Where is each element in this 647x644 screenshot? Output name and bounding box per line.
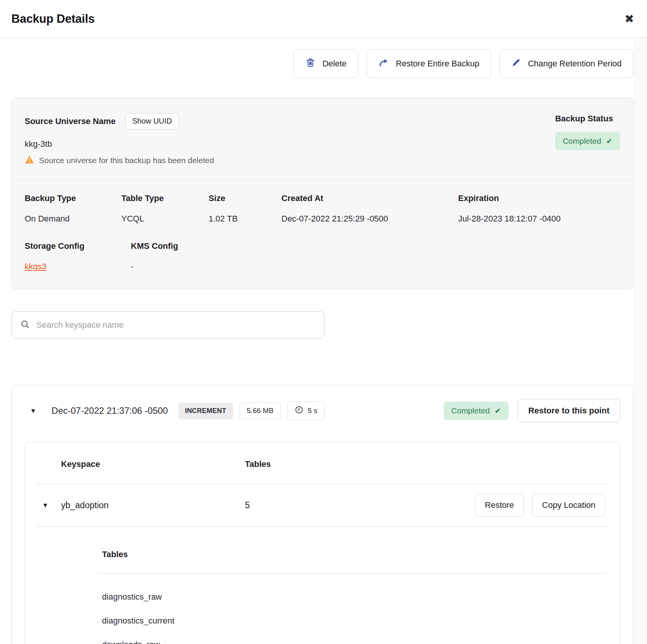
caret-down-icon[interactable]: ▼ <box>42 502 61 509</box>
nested-tables-header: Tables <box>102 550 606 559</box>
keyspace-table-header: Keyspace Tables <box>25 443 620 469</box>
table-row: ▼ yb_adoption 5 Restore Copy Location <box>25 484 620 526</box>
restore-keyspace-button[interactable]: Restore <box>475 494 524 517</box>
field-value: Dec-07-2022 21:25:29 -0500 <box>281 214 458 224</box>
increment-size-chip: 5.66 MB <box>240 402 281 419</box>
increment-size: 5.66 MB <box>247 407 274 415</box>
restore-arrow-icon <box>378 57 389 70</box>
field-expiration: Expiration Jul-28-2023 18:12:07 -0400 <box>458 193 561 224</box>
source-universe-label: Source Universe Name <box>25 116 116 126</box>
keyspace-name: yb_adoption <box>61 500 245 510</box>
warning-icon <box>25 155 34 166</box>
increment-duration-chip: 5 s <box>287 401 324 420</box>
delete-button[interactable]: Delete <box>294 49 358 78</box>
page-title: Backup Details <box>11 12 94 26</box>
tables-count: 5 <box>245 500 250 510</box>
tables-column-header: Tables <box>245 459 271 469</box>
field-value: On Demand <box>25 214 121 224</box>
check-icon: ✔ <box>495 406 501 415</box>
backup-status-block: Backup Status Completed ✔ <box>555 113 620 166</box>
check-icon: ✔ <box>606 137 612 146</box>
trash-icon <box>305 57 316 70</box>
restore-entire-backup-button[interactable]: Restore Entire Backup <box>367 49 491 78</box>
field-value: YCQL <box>121 214 209 224</box>
field-storage-config: Storage Config kkgs3 <box>25 241 131 272</box>
increment-backup-card: ▼ Dec-07-2022 21:37:06 -0500 INCREMENT 5… <box>11 385 633 644</box>
source-universe-block: Source Universe Name Show UUID kkg-3tb S… <box>25 113 214 166</box>
field-label: Table Type <box>121 193 209 203</box>
action-toolbar: Delete Restore Entire Backup Change Rete… <box>11 49 633 78</box>
caret-down-icon[interactable]: ▼ <box>30 408 36 414</box>
field-backup-type: Backup Type On Demand <box>25 193 121 224</box>
field-value: Jul-28-2023 18:12:07 -0400 <box>458 214 561 224</box>
config-fields: Storage Config kkgs3 KMS Config - <box>25 241 620 272</box>
field-created-at: Created At Dec-07-2022 21:25:29 -0500 <box>281 193 458 224</box>
universe-deleted-warning: Source universe for this backup has been… <box>39 156 214 165</box>
list-item: diagnostics_raw <box>102 578 606 602</box>
field-label: Size <box>209 193 281 203</box>
increment-type-badge: INCREMENT <box>179 403 233 419</box>
field-table-type: Table Type YCQL <box>121 193 209 224</box>
search-input[interactable] <box>36 320 316 330</box>
increment-duration: 5 s <box>308 407 317 415</box>
modal-header: Backup Details ✖ <box>0 0 647 38</box>
field-label: KMS Config <box>131 241 178 251</box>
modal-body: Delete Restore Entire Backup Change Rete… <box>0 49 647 644</box>
field-label: Storage Config <box>25 241 131 251</box>
copy-location-button[interactable]: Copy Location <box>532 494 605 517</box>
keyspace-table-card: Keyspace Tables ▼ yb_adoption 5 Restore … <box>25 442 620 644</box>
field-kms-config: KMS Config - <box>131 241 178 272</box>
field-value: - <box>131 262 178 272</box>
backup-detail-fields: Backup Type On Demand Table Type YCQL Si… <box>25 193 620 224</box>
tables-list: diagnostics_raw diagnostics_current down… <box>102 578 606 644</box>
status-badge-text: Completed <box>563 137 601 146</box>
delete-button-label: Delete <box>322 59 347 69</box>
status-badge: Completed ✔ <box>555 132 620 150</box>
backup-summary-panel: Source Universe Name Show UUID kkg-3tb S… <box>11 97 633 289</box>
nested-tables-section: Tables diagnostics_raw diagnostics_curre… <box>25 527 620 644</box>
keyspace-column-header: Keyspace <box>61 459 245 469</box>
field-label: Created At <box>281 193 458 203</box>
keyspace-search-box <box>11 311 325 339</box>
restore-to-this-point-button[interactable]: Restore to this point <box>518 399 620 423</box>
list-item: diagnostics_current <box>102 602 606 626</box>
universe-name: kkg-3tb <box>25 139 214 149</box>
increment-header: ▼ Dec-07-2022 21:37:06 -0500 INCREMENT 5… <box>12 385 633 423</box>
storage-config-link[interactable]: kkgs3 <box>25 262 46 271</box>
change-retention-period-label: Change Retention Period <box>528 59 622 69</box>
show-uuid-button[interactable]: Show UUID <box>126 113 179 129</box>
increment-status-text: Completed <box>451 406 490 415</box>
change-retention-period-button[interactable]: Change Retention Period <box>499 49 633 78</box>
field-size: Size 1.02 TB <box>209 193 281 224</box>
close-icon[interactable]: ✖ <box>625 13 634 25</box>
field-label: Expiration <box>458 193 561 203</box>
increment-timestamp: Dec-07-2022 21:37:06 -0500 <box>52 405 168 416</box>
increment-status-badge: Completed ✔ <box>444 402 509 420</box>
search-icon <box>20 319 30 331</box>
backup-status-label: Backup Status <box>555 114 613 124</box>
field-label: Backup Type <box>25 193 121 203</box>
restore-entire-backup-label: Restore Entire Backup <box>396 59 479 69</box>
scrollbar-track[interactable] <box>634 38 647 644</box>
pencil-icon <box>511 58 521 70</box>
field-value: 1.02 TB <box>209 214 281 224</box>
clock-icon <box>295 405 303 416</box>
list-item: downloads_raw <box>102 626 606 644</box>
divider <box>96 573 606 573</box>
